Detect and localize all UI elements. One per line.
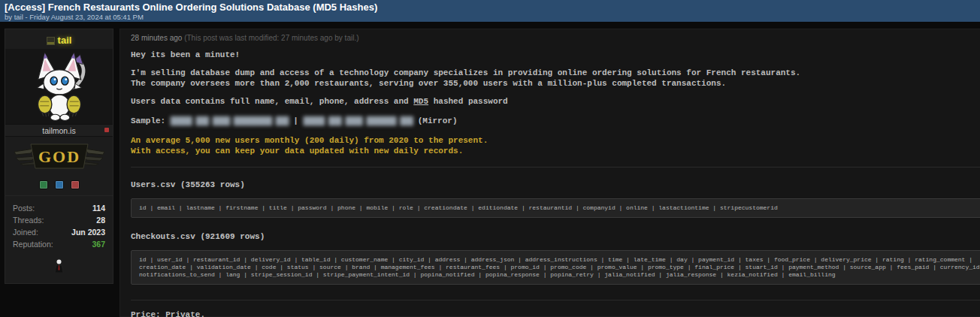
data-fields-line: Users data contains full name, email, ph…: [131, 96, 980, 107]
sample-link-1-redacted[interactable]: █████ ███ ████ █████████ ███: [171, 116, 289, 125]
stat-reputation: Reputation: 367: [13, 238, 105, 250]
sample-link-2-redacted[interactable]: █████ ███ ████ ███████ ███: [303, 116, 413, 125]
highlight-line-1: An average 5,000 new users monthly (200 …: [131, 135, 980, 146]
csv-section: Users.csv (355263 rows) id | email | las…: [131, 167, 980, 300]
svg-text:GOD: GOD: [38, 147, 80, 166]
greeting-line: Hey its been a minute!: [131, 50, 980, 60]
users-csv-heading: Users.csv (355263 rows): [131, 180, 980, 190]
price-line: Price: Private.: [131, 309, 980, 317]
award-badges: [5, 177, 113, 195]
checkouts-csv-code-block[interactable]: id | user_id | restaurant_id | delivery_…: [131, 250, 980, 285]
post-meta: 28 minutes ago (This post was last modif…: [131, 34, 980, 43]
god-rank-image: GOD: [13, 141, 106, 173]
description-line-1: I'm selling database dump and access of …: [131, 68, 980, 78]
suited-figure-icon: [54, 259, 64, 273]
avatar[interactable]: [5, 49, 113, 124]
stat-joined: Joined: Jun 2023: [13, 226, 105, 238]
post-body: Hey its been a minute! I'm selling datab…: [131, 50, 980, 317]
rank-badge: GOD: [5, 137, 113, 177]
thread-title: [Access] French Restaurants Online Order…: [5, 2, 974, 13]
content-area: tail: [0, 23, 980, 317]
stat-threads: Threads: 28: [13, 214, 105, 226]
panel-footer: [5, 253, 113, 283]
checkouts-csv-heading: Checkouts.csv (921609 rows): [131, 231, 980, 242]
userbar: tailmon.is: [5, 124, 113, 137]
red-award-icon: [71, 180, 80, 189]
stat-posts: Posts: 114: [13, 202, 105, 214]
user-stats: Posts: 114 Threads: 28 Joined: Jun 2023 …: [5, 195, 113, 253]
author-sidebar: tail: [5, 29, 113, 317]
post-modified-note: (This post was last modified: 27 minutes…: [184, 34, 358, 42]
blue-award-icon: [55, 180, 64, 189]
md5-link[interactable]: MD5: [413, 97, 428, 106]
checkouts-csv-columns-line-1: id | user_id | restaurant_id | delivery_…: [139, 256, 980, 264]
red-star-icon: [104, 128, 109, 132]
checkouts-csv-columns-line-3: notifications_to_send | lang | stripe_se…: [139, 271, 980, 279]
highlight-line-2: With access, you can keep your data upda…: [131, 146, 980, 156]
sample-line: Sample: █████ ███ ████ █████████ ███ | █…: [131, 116, 980, 126]
cat-avatar-image: [25, 50, 94, 122]
user-panel: tail: [5, 29, 113, 284]
user-flag-icon: [47, 37, 55, 45]
username-row: tail: [5, 29, 113, 49]
username-link[interactable]: tail: [58, 35, 72, 46]
thread-header: [Access] French Restaurants Online Order…: [0, 0, 980, 23]
users-csv-code-block[interactable]: id | email | lastname | firstname | titl…: [131, 198, 980, 218]
post-panel: 28 minutes ago (This post was last modif…: [119, 29, 980, 317]
description-line-2: The company oversees more than 2,000 res…: [131, 78, 980, 89]
checkouts-csv-columns-line-2: creation_date | validation_date | code |…: [139, 264, 980, 271]
users-csv-columns: id | email | lastname | firstname | titl…: [139, 204, 980, 212]
green-award-icon: [39, 180, 48, 189]
thread-byline: by tail - Friday August 23, 2024 at 05:4…: [5, 13, 974, 21]
user-domain-label: tailmon.is: [42, 126, 75, 135]
post-timestamp: 28 minutes ago: [131, 34, 182, 42]
